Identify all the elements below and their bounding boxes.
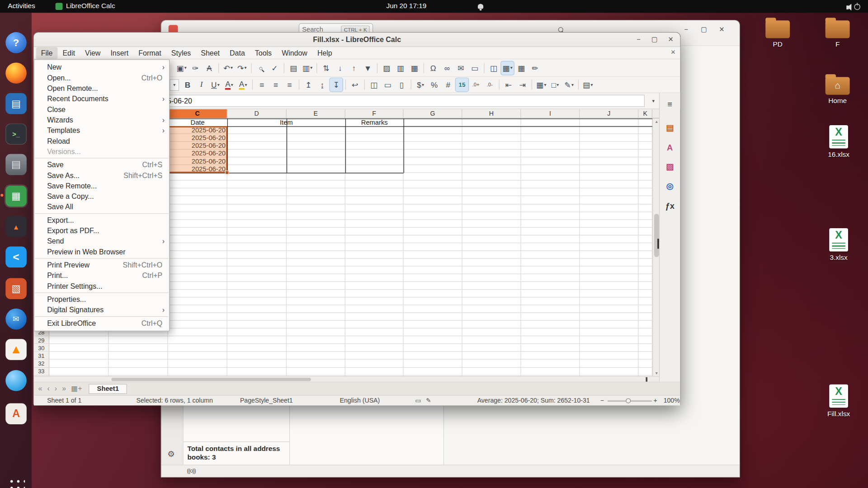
volume-icon[interactable] <box>846 5 849 9</box>
cell-G14[interactable] <box>404 220 462 227</box>
row-header-33[interactable]: 33 <box>34 367 49 375</box>
cell-I9[interactable] <box>521 181 580 188</box>
file-menu-item-preview-in-web-browser[interactable]: Preview in Web Browser <box>34 247 169 257</box>
cell-G15[interactable] <box>404 227 462 235</box>
cell-G29[interactable] <box>404 337 462 344</box>
cell-J9[interactable] <box>580 181 639 188</box>
border-color-button[interactable]: ✎▾ <box>562 78 575 91</box>
desktop-icon-f[interactable]: F <box>824 17 851 48</box>
cell-F2[interactable] <box>345 127 404 134</box>
cell-A31[interactable] <box>49 352 108 360</box>
cell-H9[interactable] <box>462 181 521 188</box>
special-character-button[interactable]: Ω <box>427 61 439 74</box>
vscroll-thumb[interactable] <box>654 214 659 257</box>
file-menu-item-digital-signatures[interactable]: Digital Signatures› <box>34 305 169 315</box>
cell-J20[interactable] <box>580 267 639 274</box>
cell-G24[interactable] <box>404 297 462 305</box>
cell-K17[interactable] <box>638 243 652 251</box>
column-header-K[interactable]: K <box>638 109 652 119</box>
cell-D15[interactable] <box>227 227 287 235</box>
cell-D28[interactable] <box>227 328 287 336</box>
dock-item-app-grid[interactable] <box>5 474 28 488</box>
clock[interactable]: Jun 20 17:19 <box>387 2 427 10</box>
cell-E11[interactable] <box>287 197 345 204</box>
dock-item-vscode[interactable] <box>5 245 28 268</box>
cell-J16[interactable] <box>580 235 639 243</box>
cell-H12[interactable] <box>462 204 521 212</box>
cell-E21[interactable] <box>287 274 345 282</box>
cell-D11[interactable] <box>227 197 287 204</box>
cell-H25[interactable] <box>462 305 521 313</box>
menu-view[interactable]: View <box>80 47 105 59</box>
file-menu-item-open[interactable]: Open...Ctrl+O <box>34 73 169 83</box>
dock-item-writer[interactable] <box>5 92 28 115</box>
cell-H27[interactable] <box>462 321 521 328</box>
cell-E26[interactable] <box>287 313 345 321</box>
menu-file[interactable]: File <box>36 47 58 59</box>
cell-I8[interactable] <box>521 173 580 181</box>
insert-comment-button[interactable]: ✉ <box>454 61 467 74</box>
cell-E12[interactable] <box>287 204 345 212</box>
cell-F19[interactable] <box>345 258 404 266</box>
cell-J7[interactable] <box>580 165 639 173</box>
cell-F1[interactable] <box>345 118 404 126</box>
cell-I20[interactable] <box>521 267 580 274</box>
align-bottom-button[interactable]: ↧ <box>330 78 343 91</box>
cell-I17[interactable] <box>521 243 580 251</box>
cell-G17[interactable] <box>404 243 462 251</box>
bgwin-close-button[interactable]: ✕ <box>717 25 726 33</box>
view-grid-button[interactable]: ▦ <box>515 61 528 74</box>
cell-B31[interactable] <box>108 352 168 360</box>
cell-A32[interactable] <box>49 360 108 367</box>
headers-and-footers-button[interactable]: ▭ <box>468 61 481 74</box>
menu-sheet[interactable]: Sheet <box>196 47 225 59</box>
cell-K30[interactable] <box>638 344 652 352</box>
cell-D13[interactable] <box>227 212 287 220</box>
show-draw-functions-button[interactable]: ✏ <box>529 61 542 74</box>
format-number-button[interactable]: # <box>442 78 454 91</box>
cell-I4[interactable] <box>521 142 580 150</box>
cell-E15[interactable] <box>287 227 345 235</box>
file-menu-item-save[interactable]: SaveCtrl+S <box>34 160 169 170</box>
cell-H20[interactable] <box>462 267 521 274</box>
notification-bell-icon[interactable] <box>478 4 483 9</box>
cell-J18[interactable] <box>580 251 639 258</box>
cell-C32[interactable] <box>168 360 227 367</box>
cell-D1[interactable] <box>227 118 287 126</box>
cell-D10[interactable] <box>227 188 287 196</box>
cell-I29[interactable] <box>521 337 580 344</box>
sort-ascending-button[interactable]: ↓ <box>334 61 346 74</box>
system-tray[interactable] <box>846 3 860 10</box>
cell-I31[interactable] <box>521 352 580 360</box>
cell-I24[interactable] <box>521 297 580 305</box>
cell-C16[interactable] <box>168 235 227 243</box>
cell-D30[interactable] <box>227 344 287 352</box>
cell-G12[interactable] <box>404 204 462 212</box>
cell-J11[interactable] <box>580 197 639 204</box>
cell-H16[interactable] <box>462 235 521 243</box>
cell-K8[interactable] <box>638 173 652 181</box>
font-color-button[interactable]: A▾ <box>223 78 236 91</box>
cell-D18[interactable] <box>227 251 287 258</box>
dock-item-browser[interactable] <box>5 369 28 392</box>
cell-C7[interactable] <box>168 165 227 173</box>
cell-F32[interactable] <box>345 360 404 367</box>
cell-C21[interactable] <box>168 274 227 282</box>
cell-C29[interactable] <box>168 337 227 344</box>
cell-J24[interactable] <box>580 297 639 305</box>
dock-item-impress[interactable] <box>5 277 28 300</box>
file-menu-item-save-all[interactable]: Save All <box>34 202 169 212</box>
column-header-C[interactable]: C <box>168 109 227 119</box>
cell-D27[interactable] <box>227 321 287 328</box>
cell-A30[interactable] <box>49 344 108 352</box>
insert-mode-icon[interactable]: ▭ <box>415 397 421 404</box>
format-currency-button[interactable]: $▾ <box>414 78 427 91</box>
cell-K11[interactable] <box>638 197 652 204</box>
paste-button[interactable]: ▣▾ <box>175 61 188 74</box>
cell-I5[interactable] <box>521 150 580 157</box>
menu-data[interactable]: Data <box>225 47 250 59</box>
cell-J19[interactable] <box>580 258 639 266</box>
clear-formatting-button[interactable]: A <box>203 61 216 74</box>
menu-styles[interactable]: Styles <box>166 47 196 59</box>
align-left-button[interactable]: ≡ <box>255 78 268 91</box>
